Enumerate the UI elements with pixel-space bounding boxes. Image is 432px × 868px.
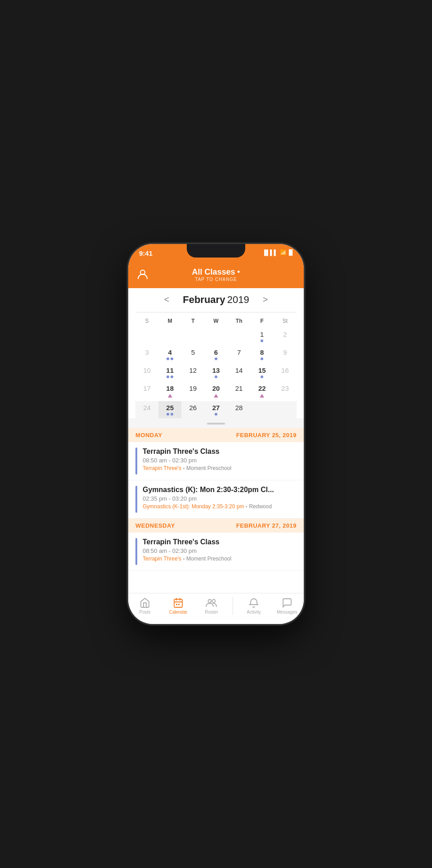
calendar-day[interactable]: 20 <box>204 382 227 400</box>
calendar-day[interactable]: 27 <box>204 401 227 418</box>
nav-calendar[interactable]: Calendar <box>166 597 191 615</box>
calendar-day[interactable]: 6 <box>204 346 227 363</box>
nav-messages[interactable]: Messages <box>275 597 300 615</box>
calendar-day[interactable]: 15 <box>251 364 274 381</box>
calendar-day[interactable]: 2 <box>274 328 297 345</box>
day-number: 22 <box>251 384 274 393</box>
calendar-day[interactable] <box>274 401 297 418</box>
event-dot <box>171 413 173 416</box>
calendar-day[interactable]: 25 <box>158 401 181 418</box>
day-headers: S M T W Th F St <box>135 316 297 326</box>
event-item[interactable]: Terrapin Three's Class08:50 am - 02:30 p… <box>128 533 304 571</box>
day-number: 14 <box>228 366 251 375</box>
event-dot <box>261 357 263 360</box>
event-dot <box>166 375 169 378</box>
calendar-day[interactable]: 10 <box>135 364 158 381</box>
header-title-block[interactable]: All Classes • TAP TO CHANGE <box>192 267 240 282</box>
event-dot <box>261 339 263 342</box>
calendar-day[interactable]: 24 <box>135 401 158 418</box>
calendar-day[interactable]: 12 <box>181 364 204 381</box>
calendar-day[interactable] <box>135 328 158 345</box>
calendar-day[interactable] <box>204 328 227 345</box>
day-number: 5 <box>181 348 204 357</box>
day-number: 25 <box>158 403 181 412</box>
schedule-day-header: WEDNESDAYFEBRUARY 27, 2019 <box>128 519 304 533</box>
status-icons: ▐▌▌▌ 📶 ▉ <box>262 249 293 256</box>
calendar-day[interactable]: 1 <box>251 328 274 345</box>
day-header-fri: F <box>251 316 274 326</box>
calendar-day[interactable]: 16 <box>274 364 297 381</box>
event-item[interactable]: Gymnastics (K): Mon 2:30-3:20pm Cl...02:… <box>128 480 304 519</box>
meta-separator <box>183 558 184 560</box>
event-class-name: Gymnastics (K-1st): Monday 2:35-3:20 pm <box>143 503 244 510</box>
event-dot <box>171 357 173 360</box>
calendar-day[interactable]: 13 <box>204 364 227 381</box>
day-dots <box>204 375 227 378</box>
nav-activity[interactable]: Activity <box>242 597 266 615</box>
calendar-day[interactable]: 28 <box>228 401 251 418</box>
event-time: 08:50 am - 02:30 pm <box>143 457 297 464</box>
day-number: 4 <box>158 348 181 357</box>
day-dots <box>158 357 181 360</box>
bottom-nav: Posts Calendar Roster <box>128 593 304 624</box>
event-info: Terrapin Three's Class08:50 am - 02:30 p… <box>143 448 297 471</box>
event-item[interactable]: Terrapin Three's Class08:50 am - 02:30 p… <box>128 442 304 480</box>
calendar-day[interactable]: 19 <box>181 382 204 400</box>
event-location: Moment Preschool <box>186 465 231 471</box>
calendar-day[interactable] <box>251 401 274 418</box>
calendar-day[interactable]: 3 <box>135 346 158 363</box>
calendar-day[interactable]: 18 <box>158 382 181 400</box>
event-meta: Terrapin Three'sMoment Preschool <box>143 556 297 562</box>
calendar-day[interactable]: 22 <box>251 382 274 400</box>
day-number: 28 <box>228 403 251 412</box>
event-class-name: Terrapin Three's <box>143 465 181 471</box>
event-info: Terrapin Three's Class08:50 am - 02:30 p… <box>143 538 297 562</box>
calendar-month: February <box>183 294 225 305</box>
calendar-day[interactable]: 21 <box>228 382 251 400</box>
event-dot <box>215 413 217 416</box>
event-bar <box>135 538 137 565</box>
event-triangle <box>260 394 264 398</box>
calendar-day[interactable] <box>181 328 204 345</box>
day-number: 26 <box>181 403 204 412</box>
event-location: Redwood <box>249 503 272 510</box>
day-number: 12 <box>181 366 204 375</box>
meta-separator <box>246 506 247 507</box>
svg-point-5 <box>212 600 216 603</box>
calendar-day[interactable]: 9 <box>274 346 297 363</box>
event-title: Terrapin Three's Class <box>143 448 297 456</box>
meta-separator <box>183 468 184 469</box>
nav-messages-label: Messages <box>277 610 297 615</box>
day-header-thu: Th <box>228 316 251 326</box>
calendar-day[interactable]: 14 <box>228 364 251 381</box>
calendar-day[interactable]: 7 <box>228 346 251 363</box>
calendar-day[interactable]: 5 <box>181 346 204 363</box>
next-month-button[interactable]: > <box>258 293 273 307</box>
handle-bar <box>207 423 225 425</box>
nav-roster[interactable]: Roster <box>199 597 224 615</box>
prev-month-button[interactable]: < <box>160 293 174 307</box>
event-dot <box>215 375 217 378</box>
calendar-day[interactable]: 23 <box>274 382 297 400</box>
drag-handle[interactable] <box>128 418 304 428</box>
day-dots <box>251 375 274 378</box>
event-bar <box>135 486 137 513</box>
event-info: Gymnastics (K): Mon 2:30-3:20pm Cl...02:… <box>143 486 297 510</box>
avatar-icon[interactable] <box>137 269 148 283</box>
app-header: All Classes • TAP TO CHANGE <box>128 264 304 288</box>
calendar-day[interactable]: 8 <box>251 346 274 363</box>
calendar-day[interactable] <box>228 328 251 345</box>
svg-rect-2 <box>176 604 177 605</box>
calendar: < February 2019 > S M T W Th F St 123456 <box>128 288 304 418</box>
nav-posts[interactable]: Posts <box>133 597 158 615</box>
day-number: 6 <box>204 348 227 357</box>
wifi-icon: 📶 <box>280 249 287 256</box>
event-meta: Gymnastics (K-1st): Monday 2:35-3:20 pmR… <box>143 503 297 510</box>
calendar-day[interactable] <box>158 328 181 345</box>
calendar-day[interactable]: 4 <box>158 346 181 363</box>
event-dot <box>166 357 169 360</box>
day-number: 24 <box>135 403 158 412</box>
calendar-day[interactable]: 26 <box>181 401 204 418</box>
calendar-day[interactable]: 11 <box>158 364 181 381</box>
calendar-day[interactable]: 17 <box>135 382 158 400</box>
